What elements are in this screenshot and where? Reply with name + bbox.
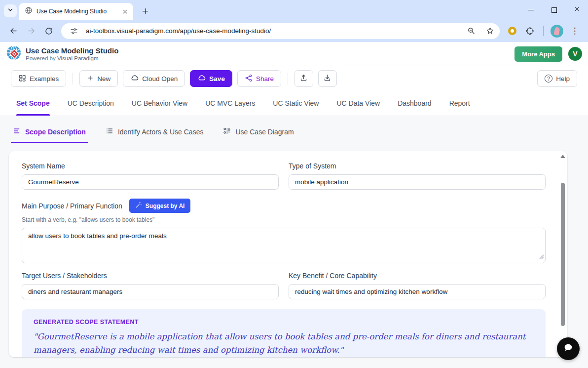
help-label: Help <box>556 75 570 82</box>
help-button[interactable]: ? Help <box>537 70 577 87</box>
site-settings-icon[interactable] <box>67 24 81 38</box>
tab-title: Use Case Modeling Studio <box>37 8 116 15</box>
tab-dashboard[interactable]: Dashboard <box>398 91 432 116</box>
main-purpose-label: Main Purpose / Primary Function <box>22 202 122 210</box>
close-icon <box>574 5 580 14</box>
cloud-open-label: Cloud Open <box>142 75 178 82</box>
examples-grid-icon <box>18 74 26 83</box>
maximize-icon <box>551 7 557 13</box>
app-header: Use Case Modeling Studio Powered by Visu… <box>0 42 588 66</box>
new-tab-button[interactable] <box>139 5 151 17</box>
three-dots-icon: ⋮ <box>571 26 579 36</box>
subtab-use-case-diagram[interactable]: Use Case Diagram <box>221 123 295 143</box>
maximize-button[interactable] <box>543 0 565 20</box>
scrollbar-thumb[interactable] <box>561 183 565 326</box>
type-of-system-input[interactable] <box>289 174 546 190</box>
tab-uc-static-view[interactable]: UC Static View <box>273 91 319 116</box>
new-button[interactable]: New <box>79 70 118 87</box>
sub-tab-bar: Scope Description Identify Actors & Use … <box>0 117 588 143</box>
chat-bubble-icon <box>563 342 574 355</box>
browser-menu-button[interactable]: ⋮ <box>566 23 583 40</box>
tab-uc-description[interactable]: UC Description <box>68 91 114 116</box>
resize-handle[interactable] <box>539 252 544 261</box>
system-name-group: System Name <box>22 158 279 190</box>
powered-by: Powered by Visual Paradigm <box>26 55 118 61</box>
question-icon: ? <box>545 75 552 82</box>
extensions-puzzle-button[interactable] <box>521 23 538 40</box>
zoom-icon[interactable] <box>464 24 478 38</box>
subtab-identify-actors-use-cases[interactable]: Identify Actors & Use Cases <box>104 123 206 143</box>
url-text: ai-toolbox.visual-paradigm.com/app/use-c… <box>86 27 459 35</box>
profile-avatar[interactable] <box>549 23 565 40</box>
bookmark-star-icon[interactable] <box>483 24 497 38</box>
tab-uc-mvc-layers[interactable]: UC MVC Layers <box>205 91 255 116</box>
chevron-down-icon <box>7 6 14 15</box>
tab-uc-data-view[interactable]: UC Data View <box>336 91 380 116</box>
new-label: New <box>97 75 110 82</box>
subtab-label: Scope Description <box>25 128 86 136</box>
type-of-system-label: Type of System <box>289 162 546 170</box>
share-nodes-icon <box>245 74 253 83</box>
diagram-nodes-icon <box>223 127 231 136</box>
main-purpose-textarea[interactable]: allow users to book tables and pre-order… <box>22 228 546 263</box>
toolbar-divider <box>73 73 73 84</box>
visual-paradigm-link[interactable]: Visual Paradigm <box>57 55 99 61</box>
action-toolbar: Examples New Cloud Open Save Share <box>0 66 588 91</box>
minimize-button[interactable] <box>520 0 543 20</box>
app-title-block: Use Case Modeling Studio Powered by Visu… <box>26 46 118 61</box>
tab-uc-behavior-view[interactable]: UC Behavior View <box>132 91 187 116</box>
suggest-by-ai-button[interactable]: Suggest by AI <box>129 199 191 213</box>
subtab-label: Use Case Diagram <box>235 128 294 136</box>
tab-set-scope[interactable]: Set Scope <box>16 91 50 116</box>
cloud-open-button[interactable]: Cloud Open <box>123 70 185 87</box>
powered-by-prefix: Powered by <box>26 55 56 61</box>
browser-titlebar: Use Case Modeling Studio <box>0 0 588 20</box>
system-name-label: System Name <box>22 162 279 170</box>
workspace-avatar[interactable]: V <box>568 47 582 61</box>
close-window-button[interactable] <box>565 0 588 20</box>
back-button[interactable] <box>5 23 22 40</box>
list-icon <box>106 127 113 136</box>
type-of-system-group: Type of System <box>289 158 546 190</box>
subtab-scope-description[interactable]: Scope Description <box>11 123 88 143</box>
visual-paradigm-logo-icon <box>6 45 22 63</box>
scroll-up-arrow[interactable] <box>560 155 565 160</box>
target-users-input[interactable] <box>22 284 279 299</box>
upload-icon <box>299 74 308 83</box>
key-benefit-input[interactable] <box>289 284 546 299</box>
address-bar[interactable]: ai-toolbox.visual-paradigm.com/app/use-c… <box>61 23 500 39</box>
card-scrollbar <box>560 153 566 355</box>
toolbar-divider <box>288 73 288 84</box>
import-button[interactable] <box>294 70 313 87</box>
reload-button[interactable] <box>40 23 57 40</box>
tab-report[interactable]: Report <box>449 91 470 116</box>
system-name-input[interactable] <box>22 174 279 190</box>
browser-tab[interactable]: Use Case Modeling Studio <box>19 3 133 20</box>
export-button[interactable] <box>318 70 337 87</box>
more-apps-button[interactable]: More Apps <box>514 46 562 62</box>
app-title: Use Case Modeling Studio <box>26 46 118 55</box>
chat-button[interactable] <box>557 337 580 360</box>
forward-button[interactable] <box>23 23 39 40</box>
share-label: Share <box>256 75 274 82</box>
save-button[interactable]: Save <box>190 70 232 87</box>
cloud-save-icon <box>197 74 206 83</box>
examples-button[interactable]: Examples <box>11 70 66 87</box>
globe-favicon-icon <box>25 6 33 16</box>
share-button[interactable]: Share <box>237 70 281 87</box>
minimize-icon <box>528 10 534 10</box>
examples-label: Examples <box>30 75 59 82</box>
yellow-ring-icon <box>508 27 516 35</box>
main-tab-bar: Set Scope UC Description UC Behavior Vie… <box>0 91 588 116</box>
tab-close-icon[interactable] <box>120 7 129 16</box>
main-purpose-header: Main Purpose / Primary Function Suggest … <box>22 199 546 213</box>
save-label: Save <box>209 75 225 82</box>
magic-wand-icon <box>135 202 142 210</box>
tab-search-button[interactable] <box>4 4 17 17</box>
content-area: Scope Description Identify Actors & Use … <box>0 117 588 368</box>
key-benefit-group: Key Benefit / Core Capability <box>289 267 546 299</box>
cloud-icon <box>130 74 139 83</box>
extension-badge-icon[interactable] <box>504 23 520 40</box>
align-lines-icon <box>13 127 21 136</box>
generated-scope-statement-box: GENERATED SCOPE STATEMENT "GourmetReserv… <box>22 309 546 357</box>
